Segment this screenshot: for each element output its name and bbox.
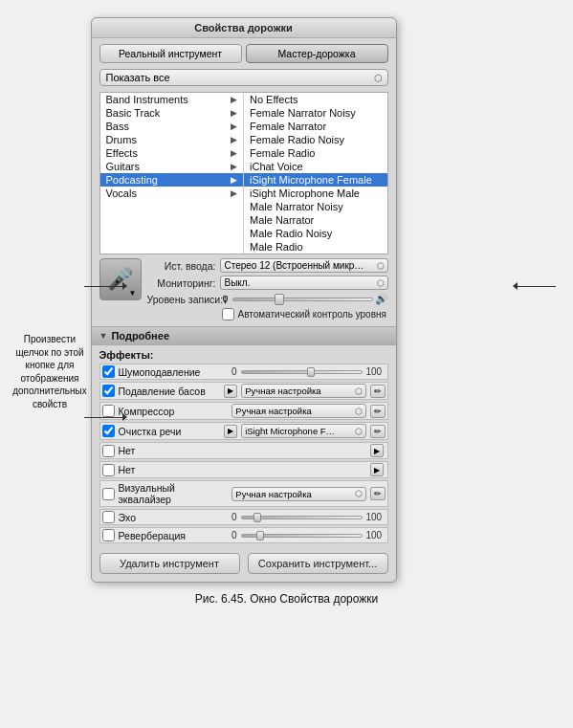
- effect-row-echo: Эхо 0 100: [99, 509, 388, 525]
- tab-master-track[interactable]: Мастер-дорожка: [246, 44, 388, 63]
- save-instrument-button[interactable]: Сохранить инструмент...: [248, 553, 388, 574]
- details-annotation-arrow: [84, 413, 127, 421]
- effect-edit-compressor[interactable]: ✏: [370, 405, 386, 418]
- monitoring-label: Мониторинг:: [147, 277, 216, 289]
- rec-level-row: Уровень записи: 🎙 🔊: [147, 293, 388, 305]
- effect-value-echo-left: 0: [224, 512, 237, 522]
- monitoring-select[interactable]: Выкл.: [220, 276, 388, 290]
- effect-checkbox-reverb[interactable]: [102, 529, 115, 541]
- list-item[interactable]: Bass▶: [100, 120, 244, 133]
- effect-slider-noise[interactable]: [241, 370, 363, 374]
- list-item[interactable]: Vocals▶: [100, 187, 244, 200]
- effect-name-noise: Шумоподавление: [119, 366, 224, 378]
- effect-checkbox-none2[interactable]: [102, 464, 115, 476]
- effect-slider-echo[interactable]: [241, 516, 363, 519]
- mic-small-icon: 🎙: [220, 294, 231, 305]
- effect-value-noise-right: 100: [366, 366, 386, 377]
- rec-level-thumb[interactable]: [275, 294, 284, 305]
- show-all-select[interactable]: Показать все: [99, 69, 388, 86]
- list-item[interactable]: Female Narrator Noisy: [244, 106, 387, 120]
- effect-slider-echo-thumb[interactable]: [253, 513, 261, 522]
- list-item[interactable]: Male Narrator: [244, 213, 387, 227]
- list-item[interactable]: Male Radio Noisy: [244, 227, 387, 240]
- effect-value-reverb-right: 100: [366, 530, 386, 540]
- effect-row-none2: Нет ▶: [99, 461, 388, 478]
- effect-value-echo-right: 100: [366, 512, 386, 522]
- effect-row-bass: Подавление басов ▶ Ручная настройка ⬡ ✏: [99, 382, 388, 400]
- effect-value-reverb-left: 0: [224, 530, 237, 540]
- input-source-select[interactable]: Стерео 12 (Встроенный микр…: [220, 258, 388, 273]
- panel-title: Свойства дорожки: [92, 18, 396, 38]
- list-item-podcasting[interactable]: Podcasting▶: [100, 173, 244, 187]
- effect-checkbox-noise[interactable]: [102, 365, 115, 378]
- effect-arrow-none1[interactable]: ▶: [370, 444, 384, 457]
- list-item-isight-female[interactable]: iSight Microphone Female: [244, 173, 387, 187]
- list-item[interactable]: Male Radio: [244, 240, 387, 254]
- details-triangle-icon: ▼: [99, 331, 108, 341]
- effect-name-compressor: Компрессор: [119, 406, 231, 417]
- vol-icon: 🔊: [375, 293, 388, 305]
- effect-checkbox-eq[interactable]: [102, 488, 115, 500]
- preset-column: No Effects Female Narrator Noisy Female …: [244, 93, 387, 254]
- list-item[interactable]: Effects▶: [100, 146, 244, 160]
- isight-arrow: [513, 282, 556, 290]
- effect-arrow-speech[interactable]: ▶: [224, 425, 237, 438]
- auto-control-checkbox[interactable]: [222, 308, 234, 320]
- effect-slider-noise-thumb[interactable]: [307, 367, 315, 377]
- effect-select-compressor[interactable]: Ручная настройка: [231, 404, 365, 418]
- list-item[interactable]: Female Radio Noisy: [244, 133, 387, 146]
- annotation-text: Произвести щелчок по этой кнопке для ото…: [11, 333, 88, 410]
- details-header[interactable]: ▼ Подробнее: [92, 326, 396, 345]
- track-properties-panel: Свойства дорожки Реальный инструмент Мас…: [91, 17, 397, 583]
- effect-select-bass[interactable]: Ручная настройка: [241, 384, 365, 398]
- effect-row-none1: Нет ▶: [99, 442, 388, 459]
- tab-real-instrument[interactable]: Реальный инструмент: [99, 44, 242, 63]
- delete-instrument-button[interactable]: Удалить инструмент: [99, 553, 240, 574]
- monitoring-row: Мониторинг: Выкл. ⬡: [147, 276, 388, 290]
- auto-control-label: Автоматический контроль уровня: [238, 309, 386, 320]
- list-item[interactable]: iChat Voice: [244, 160, 387, 173]
- bottom-buttons: Удалить инструмент Сохранить инструмент.…: [92, 547, 396, 582]
- effects-label: Эффекты:: [99, 349, 388, 361]
- rec-level-slider[interactable]: [232, 298, 373, 301]
- podcasting-arrow: [84, 282, 127, 290]
- tab-row: Реальный инструмент Мастер-дорожка: [92, 38, 396, 67]
- effect-select-speech[interactable]: iSight Microphone F…: [241, 424, 365, 438]
- effect-name-bass: Подавление басов: [119, 386, 223, 397]
- list-item[interactable]: Band Instruments▶: [100, 93, 244, 106]
- input-source-row: Ист. ввода: Стерео 12 (Встроенный микр… …: [147, 258, 388, 273]
- effect-edit-bass[interactable]: ✏: [370, 385, 386, 398]
- effect-edit-eq[interactable]: ✏: [370, 487, 386, 500]
- effect-row-noise: Шумоподавление 0 100: [99, 364, 388, 380]
- effect-slider-reverb[interactable]: [241, 534, 363, 538]
- list-item[interactable]: Basic Track▶: [100, 106, 244, 120]
- effect-value-noise-left: 0: [224, 366, 237, 377]
- effect-checkbox-none1[interactable]: [102, 445, 115, 457]
- list-item[interactable]: Guitars▶: [100, 160, 244, 173]
- effect-name-none2: Нет: [119, 464, 368, 475]
- effect-select-eq[interactable]: Ручная настройка: [231, 487, 365, 501]
- auto-control-row: Автоматический контроль уровня: [222, 308, 388, 320]
- effect-checkbox-echo[interactable]: [102, 511, 115, 523]
- effect-checkbox-bass[interactable]: [102, 385, 115, 397]
- list-item[interactable]: No Effects: [244, 93, 387, 106]
- details-title: Подробнее: [111, 330, 169, 342]
- list-item[interactable]: Female Narrator: [244, 120, 387, 133]
- list-item[interactable]: Female Radio: [244, 146, 387, 160]
- input-fields: Ист. ввода: Стерео 12 (Встроенный микр… …: [147, 258, 388, 322]
- list-item[interactable]: Male Narrator Noisy: [244, 200, 387, 213]
- effect-slider-reverb-thumb[interactable]: [256, 531, 264, 540]
- effect-edit-speech[interactable]: ✏: [370, 425, 386, 438]
- list-item[interactable]: Drums▶: [100, 133, 244, 146]
- effect-checkbox-speech[interactable]: [102, 425, 115, 437]
- effect-name-none1: Нет: [119, 445, 368, 456]
- avatar: 🎤 ▼: [99, 258, 142, 300]
- effect-row-speech: Очистка речи ▶ iSight Microphone F… ⬡ ✏: [99, 422, 388, 440]
- effect-row-compressor: Компрессор Ручная настройка ⬡ ✏: [99, 402, 388, 420]
- avatar-arrow-icon: ▼: [129, 289, 137, 298]
- effect-arrow-bass[interactable]: ▶: [224, 385, 237, 398]
- preset-list-container: Band Instruments▶ Basic Track▶ Bass▶ Dru…: [99, 92, 388, 254]
- list-item[interactable]: iSight Microphone Male: [244, 187, 387, 200]
- effect-arrow-none2[interactable]: ▶: [370, 463, 384, 476]
- rec-level-label: Уровень записи:: [147, 294, 216, 305]
